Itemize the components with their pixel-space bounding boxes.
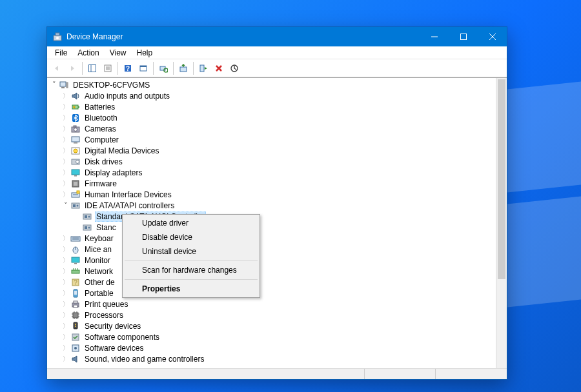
tree-category[interactable]: ˅IDE ATA/ATAPI controllers bbox=[50, 200, 496, 211]
collapse-icon[interactable]: ˅ bbox=[50, 81, 59, 88]
back-button[interactable] bbox=[50, 61, 64, 75]
update-driver-button[interactable] bbox=[176, 61, 190, 75]
media-icon bbox=[70, 146, 81, 156]
expand-icon[interactable]: 〉 bbox=[61, 290, 70, 297]
tree-category[interactable]: 〉Sound, video and game controllers bbox=[50, 353, 496, 364]
svg-text:?: ? bbox=[74, 279, 77, 286]
tree-category[interactable]: 〉Digital Media Devices bbox=[50, 145, 496, 156]
ctx-update-driver[interactable]: Update driver bbox=[124, 216, 258, 230]
tree-category[interactable]: 〉Print queues bbox=[50, 299, 496, 309]
tree-item-label: DESKTOP-6CFVGMS bbox=[72, 81, 151, 90]
titlebar[interactable]: Device Manager bbox=[47, 27, 507, 46]
expand-icon[interactable]: 〉 bbox=[61, 246, 70, 253]
expand-icon[interactable]: 〉 bbox=[61, 170, 70, 176]
expand-icon[interactable]: 〉 bbox=[61, 268, 70, 275]
expand-icon[interactable]: 〉 bbox=[61, 312, 70, 318]
tree-device[interactable]: Stanc bbox=[50, 222, 496, 233]
expand-icon[interactable]: 〉 bbox=[61, 323, 70, 329]
minimize-button[interactable] bbox=[420, 27, 449, 46]
tree-device[interactable]: Standard SATA AHCI Controller bbox=[50, 211, 496, 222]
menu-help[interactable]: Help bbox=[132, 47, 158, 59]
scan-hardware-button[interactable] bbox=[156, 61, 170, 75]
menu-view[interactable]: View bbox=[105, 47, 132, 59]
computer-icon bbox=[70, 135, 81, 145]
tree-category[interactable]: 〉Security devices bbox=[50, 320, 496, 331]
svg-rect-21 bbox=[200, 65, 204, 72]
maximize-button[interactable] bbox=[449, 27, 478, 46]
help-button[interactable]: ? bbox=[121, 61, 135, 75]
tree-category[interactable]: 〉Human Interface Devices bbox=[50, 189, 496, 200]
tree-item-label: Network bbox=[83, 267, 114, 276]
expand-icon[interactable]: 〉 bbox=[61, 235, 70, 242]
enable-device-button[interactable] bbox=[196, 61, 210, 75]
svg-point-32 bbox=[74, 128, 77, 131]
svg-rect-51 bbox=[85, 215, 87, 218]
tree-category[interactable]: 〉Disk drives bbox=[50, 156, 496, 167]
tree-category[interactable]: 〉Mice an bbox=[50, 244, 496, 255]
expand-icon[interactable]: 〉 bbox=[61, 257, 70, 264]
svg-rect-29 bbox=[78, 106, 79, 108]
tree-item-label: Disk drives bbox=[83, 157, 124, 166]
tree-category[interactable]: 〉Firmware bbox=[50, 178, 496, 189]
svg-rect-27 bbox=[66, 83, 68, 88]
expand-icon[interactable]: 〉 bbox=[61, 345, 70, 351]
collapse-icon[interactable]: ˅ bbox=[61, 202, 70, 209]
tree-category[interactable]: 〉Keyboar bbox=[50, 233, 496, 244]
svg-rect-41 bbox=[74, 175, 77, 177]
pc-icon bbox=[59, 80, 69, 90]
svg-rect-34 bbox=[72, 137, 79, 142]
device-tree[interactable]: ˅DESKTOP-6CFVGMS〉Audio inputs and output… bbox=[47, 78, 496, 368]
tree-category[interactable]: 〉Cameras bbox=[50, 123, 496, 134]
expand-icon[interactable]: 〉 bbox=[61, 115, 70, 121]
svg-rect-25 bbox=[60, 82, 66, 86]
tree-category[interactable]: 〉Network bbox=[50, 266, 496, 277]
menu-action[interactable]: Action bbox=[72, 47, 104, 59]
tree-category[interactable]: 〉Bluetooth bbox=[50, 112, 496, 123]
close-button[interactable] bbox=[478, 27, 507, 46]
tree-root[interactable]: ˅DESKTOP-6CFVGMS bbox=[50, 79, 496, 90]
tree-category[interactable]: 〉Software devices bbox=[50, 342, 496, 353]
tree-category[interactable]: 〉Batteries bbox=[50, 101, 496, 112]
expand-icon[interactable]: 〉 bbox=[61, 279, 70, 286]
tree-category[interactable]: 〉Processors bbox=[50, 309, 496, 320]
tree-item-label: Processors bbox=[83, 311, 125, 320]
expand-icon[interactable]: 〉 bbox=[61, 104, 70, 110]
expand-icon[interactable]: 〉 bbox=[61, 356, 70, 362]
expand-icon[interactable]: 〉 bbox=[61, 137, 70, 143]
tree-category[interactable]: 〉Audio inputs and outputs bbox=[50, 90, 496, 101]
ide-icon bbox=[82, 222, 92, 233]
tree-category[interactable]: 〉Portable bbox=[50, 288, 496, 299]
tree-item-label: Firmware bbox=[83, 179, 118, 188]
vertical-scrollbar[interactable] bbox=[496, 78, 507, 368]
ctx-uninstall-device[interactable]: Uninstall device bbox=[124, 244, 258, 259]
show-hide-tree-button[interactable] bbox=[85, 61, 99, 75]
expand-icon[interactable]: 〉 bbox=[61, 93, 70, 99]
expand-icon[interactable]: 〉 bbox=[61, 334, 70, 340]
menu-file[interactable]: File bbox=[50, 47, 72, 59]
tree-category[interactable]: 〉Software components bbox=[50, 331, 496, 342]
tree-item-label: Security devices bbox=[83, 322, 142, 331]
forward-button[interactable] bbox=[65, 61, 79, 75]
scrollbar-thumb[interactable] bbox=[498, 79, 505, 279]
ctx-properties[interactable]: Properties bbox=[124, 282, 258, 296]
expand-icon[interactable]: 〉 bbox=[61, 301, 70, 308]
svg-rect-16 bbox=[140, 66, 147, 67]
tree-category[interactable]: 〉Computer bbox=[50, 134, 496, 145]
ctx-disable-device[interactable]: Disable device bbox=[124, 230, 258, 244]
expand-icon[interactable]: 〉 bbox=[61, 126, 70, 132]
disable-device-button[interactable] bbox=[227, 61, 241, 75]
expand-icon[interactable]: 〉 bbox=[61, 148, 70, 154]
ctx-scan-hardware[interactable]: Scan for hardware changes bbox=[124, 263, 258, 277]
svg-rect-72 bbox=[74, 301, 77, 303]
uninstall-device-button[interactable] bbox=[212, 61, 226, 75]
expand-icon[interactable]: 〉 bbox=[61, 159, 70, 165]
tree-item-label: Computer bbox=[83, 135, 120, 144]
expand-icon[interactable]: 〉 bbox=[61, 181, 70, 187]
tree-category[interactable]: 〉Monitor bbox=[50, 255, 496, 266]
properties-button[interactable] bbox=[101, 61, 115, 75]
expand-icon[interactable]: 〉 bbox=[61, 191, 70, 198]
tree-category[interactable]: 〉?Other de bbox=[50, 277, 496, 288]
tree-category[interactable]: 〉Display adapters bbox=[50, 167, 496, 178]
action-button[interactable] bbox=[136, 61, 150, 75]
tree-item-label: IDE ATA/ATAPI controllers bbox=[83, 201, 176, 210]
